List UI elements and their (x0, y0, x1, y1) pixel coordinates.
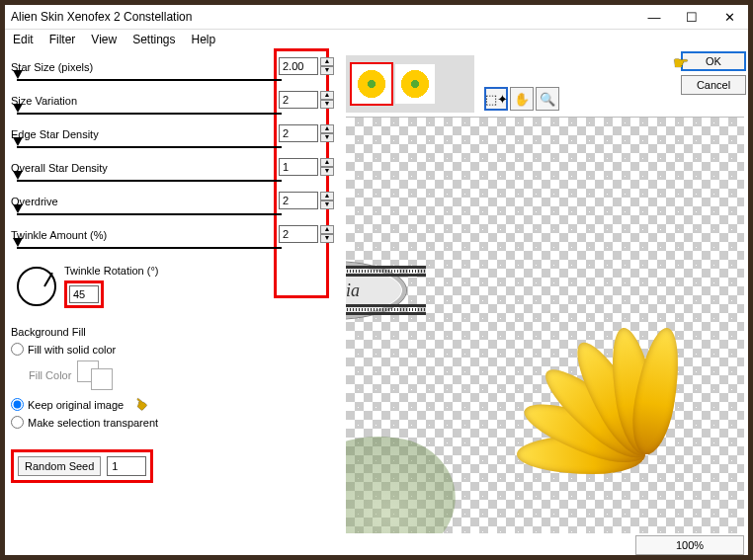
fill-color-label: Fill Color (29, 369, 71, 381)
spin-up[interactable]: ▲ (320, 192, 334, 200)
spin-up[interactable]: ▲ (320, 225, 334, 234)
preview-area[interactable]: claudia (346, 117, 744, 533)
label-twinkle-rotation: Twinkle Rotation (°) (64, 265, 159, 277)
thumbnail-2[interactable] (395, 64, 435, 104)
highlight-rotation-box (64, 280, 104, 308)
slider-thumb[interactable] (13, 238, 23, 247)
menu-help[interactable]: Help (192, 33, 216, 46)
dialog-window: Alien Skin Xenofex 2 Constellation — ☐ ✕… (5, 5, 748, 555)
random-seed-button[interactable]: Random Seed (18, 456, 101, 476)
radio-make-transparent-label: Make selection transparent (28, 417, 158, 429)
slider-twinkle-amount[interactable] (17, 247, 282, 249)
param-overall-density: Overall Star Density ▲▼ (11, 154, 340, 188)
slider-overall-density[interactable] (17, 180, 282, 182)
menu-edit[interactable]: Edit (13, 33, 34, 46)
fill-color-swatch-back[interactable] (91, 368, 113, 390)
spin-up[interactable]: ▲ (320, 91, 334, 100)
preview-toolbar: ⬚✦ ✋ 🔍 (484, 87, 559, 111)
thumbnail-1[interactable] (352, 64, 391, 104)
param-overdrive: Overdrive ▲▼ (11, 188, 340, 221)
random-seed-group: Random Seed (11, 449, 153, 483)
radio-keep-original-input[interactable] (11, 398, 24, 411)
rotation-dial-icon[interactable] (17, 267, 56, 306)
spin-down[interactable]: ▼ (320, 200, 334, 209)
spin-up[interactable]: ▲ (320, 124, 334, 133)
param-twinkle-amount: Twinkle Amount (%) ▲▼ (11, 221, 340, 255)
twinkle-rotation-group: Twinkle Rotation (°) (11, 265, 340, 308)
radio-make-transparent[interactable]: Make selection transparent (11, 415, 340, 430)
parameters-panel: Star Size (pixels) ▲▼ Size Variation ▲▼ (5, 51, 346, 555)
radio-fill-solid[interactable]: Fill with solid color (11, 342, 340, 357)
slider-thumb[interactable] (13, 171, 23, 180)
sunflower-graphic (507, 316, 744, 533)
window-title: Alien Skin Xenofex 2 Constellation (11, 10, 635, 24)
spin-down[interactable]: ▼ (320, 234, 334, 243)
radio-make-transparent-input[interactable] (11, 416, 24, 429)
leaf-graphic (346, 420, 466, 533)
watermark-stamp: claudia (346, 261, 407, 320)
param-star-size: Star Size (pixels) ▲▼ (11, 53, 340, 87)
input-overdrive[interactable] (279, 192, 318, 209)
tool-marquee-icon[interactable]: ⬚✦ (484, 87, 508, 111)
spin-up[interactable]: ▲ (320, 158, 334, 167)
slider-edge-density[interactable] (17, 146, 282, 148)
pointing-hand-icon: ☛ (129, 393, 152, 417)
input-size-variation[interactable] (279, 91, 318, 109)
background-fill-header: Background Fill (11, 326, 340, 338)
radio-fill-solid-input[interactable] (11, 343, 24, 356)
menu-settings[interactable]: Settings (132, 33, 175, 46)
input-overall-density[interactable] (279, 158, 318, 176)
ok-button[interactable]: OK (681, 51, 746, 71)
zoom-indicator[interactable]: 100% (635, 535, 744, 555)
pointing-hand-icon: ☛ (673, 52, 689, 74)
slider-thumb[interactable] (13, 70, 23, 79)
background-fill-group: Background Fill Fill with solid color Fi… (11, 326, 340, 430)
input-twinkle-rotation[interactable] (69, 285, 99, 303)
menu-view[interactable]: View (91, 33, 117, 46)
tool-hand-icon[interactable]: ✋ (510, 87, 534, 111)
minimize-button[interactable]: — (635, 5, 673, 30)
slider-thumb[interactable] (13, 137, 23, 146)
tool-zoom-icon[interactable]: 🔍 (536, 87, 559, 111)
slider-thumb[interactable] (13, 204, 23, 213)
slider-star-size[interactable] (17, 79, 282, 81)
spin-up[interactable]: ▲ (320, 57, 334, 66)
spin-down[interactable]: ▼ (320, 66, 334, 75)
input-star-size[interactable] (279, 57, 318, 75)
radio-keep-original[interactable]: Keep original image ☛ (11, 394, 340, 415)
spin-down[interactable]: ▼ (320, 100, 334, 109)
radio-fill-solid-label: Fill with solid color (28, 344, 116, 356)
cancel-button[interactable]: Cancel (681, 75, 746, 95)
maximize-button[interactable]: ☐ (673, 5, 711, 30)
spin-down[interactable]: ▼ (320, 167, 334, 176)
title-bar: Alien Skin Xenofex 2 Constellation — ☐ ✕ (5, 5, 748, 30)
spin-down[interactable]: ▼ (320, 133, 334, 142)
random-seed-input[interactable] (107, 456, 146, 476)
menu-filter[interactable]: Filter (49, 33, 76, 46)
slider-thumb[interactable] (13, 104, 23, 113)
preset-thumbnails (346, 55, 474, 113)
slider-size-variation[interactable] (17, 113, 282, 115)
param-size-variation: Size Variation ▲▼ (11, 87, 340, 120)
input-twinkle-amount[interactable] (279, 225, 318, 243)
menu-bar: Edit Filter View Settings Help (5, 30, 748, 51)
slider-overdrive[interactable] (17, 213, 282, 215)
radio-keep-original-label: Keep original image (28, 399, 124, 411)
preview-panel: ☛ OK Cancel ⬚✦ ✋ 🔍 claudia (346, 51, 748, 555)
fill-color-row: Fill Color (11, 357, 340, 394)
param-edge-density: Edge Star Density ▲▼ (11, 120, 340, 154)
input-edge-density[interactable] (279, 124, 318, 142)
close-button[interactable]: ✕ (711, 5, 748, 30)
